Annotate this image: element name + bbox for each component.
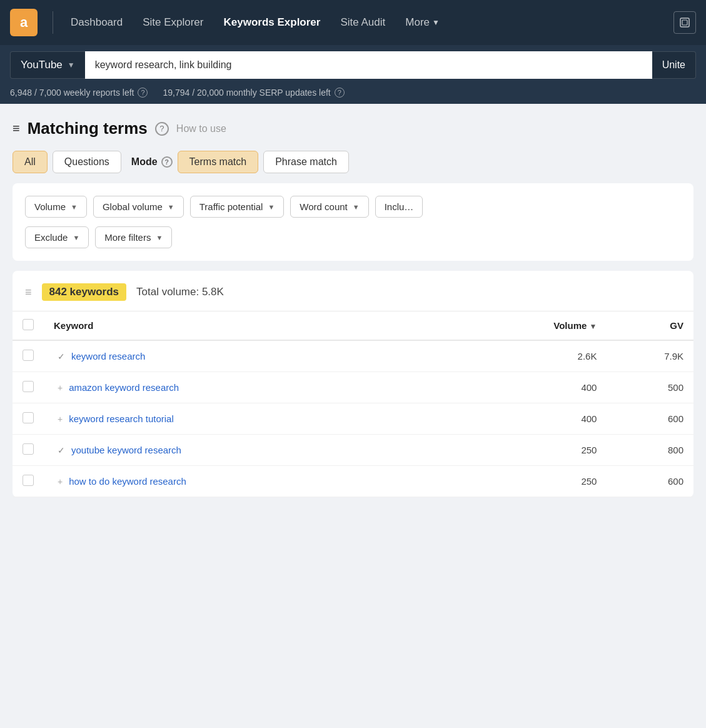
row-check-icon: ✓ (58, 445, 65, 455)
search-input[interactable] (85, 51, 652, 79)
nav-divider (53, 11, 53, 34)
weekly-reports-stat: 6,948 / 7,000 weekly reports left ? (10, 88, 148, 98)
keyword-link-3[interactable]: youtube keyword research (71, 445, 181, 455)
word-count-filter[interactable]: Word count ▼ (290, 196, 368, 218)
top-nav: a Dashboard Site Explorer Keywords Explo… (0, 0, 706, 45)
row-plus-icon: + (58, 383, 63, 393)
keyword-link-2[interactable]: keyword research tutorial (69, 413, 174, 424)
search-bar-row: YouTube ▼ Unite (0, 45, 706, 85)
results-section: ≡ 842 keywords Total volume: 5.8K Keywor… (13, 271, 693, 497)
page-help-icon[interactable]: ? (155, 122, 169, 136)
row-checkbox-3[interactable] (23, 443, 34, 455)
row-checkbox-4[interactable] (23, 475, 34, 486)
traffic-potential-filter[interactable]: Traffic potential ▼ (190, 196, 285, 218)
row-volume-1: 400 (477, 372, 607, 403)
col-header-keyword[interactable]: Keyword (44, 311, 477, 340)
row-keyword-cell: ✓ keyword research (44, 340, 477, 372)
word-count-chevron-icon: ▼ (353, 203, 360, 211)
row-plus-icon: + (58, 414, 63, 424)
row-checkbox-cell[interactable] (13, 372, 44, 403)
row-check-icon: ✓ (58, 351, 65, 361)
filters-section: Volume ▼ Global volume ▼ Traffic potenti… (13, 183, 693, 261)
volume-filter[interactable]: Volume ▼ (25, 196, 87, 218)
col-header-gv[interactable]: GV (607, 311, 693, 340)
page-title-row: ≡ Matching terms ? How to use (13, 119, 693, 138)
include-filter[interactable]: Inclu… (375, 196, 423, 218)
exclude-filter[interactable]: Exclude ▼ (25, 226, 89, 248)
exclude-chevron-icon: ▼ (73, 234, 79, 241)
logo[interactable]: a (10, 9, 38, 36)
select-all-header[interactable] (13, 311, 44, 340)
row-checkbox-cell[interactable] (13, 403, 44, 435)
row-keyword-cell: + keyword research tutorial (44, 403, 477, 435)
tab-phrase-match[interactable]: Phrase match (263, 151, 349, 173)
row-keyword-cell: ✓ youtube keyword research (44, 435, 477, 466)
more-filters[interactable]: More filters ▼ (95, 226, 172, 248)
svg-rect-0 (680, 18, 689, 27)
mode-help-icon[interactable]: ? (161, 156, 173, 168)
results-table: Keyword Volume ▼ GV ✓ keyword research (13, 311, 693, 497)
results-handle-icon[interactable]: ≡ (25, 286, 32, 299)
row-checkbox-0[interactable] (23, 350, 34, 361)
table-row: ✓ youtube keyword research 250 800 (13, 435, 693, 466)
row-checkbox-cell[interactable] (13, 435, 44, 466)
page-title: Matching terms (28, 119, 148, 138)
table-row: + amazon keyword research 400 500 (13, 372, 693, 403)
row-volume-2: 400 (477, 403, 607, 435)
mode-label: Mode ? (131, 156, 173, 168)
nav-keywords-explorer[interactable]: Keywords Explorer (216, 11, 328, 34)
hamburger-icon[interactable]: ≡ (13, 121, 20, 136)
results-tbody: ✓ keyword research 2.6K 7.9K + amazon ke… (13, 340, 693, 497)
table-row: ✓ keyword research 2.6K 7.9K (13, 340, 693, 372)
traffic-potential-chevron-icon: ▼ (268, 203, 275, 211)
keyword-link-4[interactable]: how to do keyword research (69, 476, 186, 487)
chevron-down-icon: ▼ (432, 18, 440, 27)
nav-window-icon[interactable] (673, 11, 696, 34)
filters-row-1: Volume ▼ Global volume ▼ Traffic potenti… (25, 196, 681, 218)
row-gv-2: 600 (607, 403, 693, 435)
row-checkbox-1[interactable] (23, 381, 34, 392)
total-volume: Total volume: 5.8K (136, 286, 224, 298)
keyword-link-0[interactable]: keyword research (71, 351, 145, 361)
results-header: ≡ 842 keywords Total volume: 5.8K (13, 271, 693, 311)
filter-tabs-row: All Questions Mode ? Terms match Phrase … (13, 151, 693, 173)
stats-row: 6,948 / 7,000 weekly reports left ? 19,7… (0, 85, 706, 104)
search-engine-select[interactable]: YouTube ▼ (10, 51, 85, 79)
svg-rect-1 (682, 20, 687, 25)
nav-more[interactable]: More ▼ (398, 11, 447, 34)
weekly-reports-help-icon[interactable]: ? (138, 88, 148, 98)
monthly-serp-stat: 19,794 / 20,000 monthly SERP updates lef… (163, 88, 344, 98)
select-all-checkbox[interactable] (23, 319, 34, 330)
global-volume-filter[interactable]: Global volume ▼ (93, 196, 184, 218)
keyword-link-1[interactable]: amazon keyword research (69, 382, 179, 393)
row-volume-0: 2.6K (477, 340, 607, 372)
tab-all[interactable]: All (13, 151, 48, 173)
row-keyword-cell: + amazon keyword research (44, 372, 477, 403)
row-checkbox-2[interactable] (23, 412, 34, 423)
nav-site-explorer[interactable]: Site Explorer (135, 11, 211, 34)
how-to-use-link[interactable]: How to use (176, 123, 226, 134)
main-content: ≡ Matching terms ? How to use All Questi… (0, 104, 706, 512)
filters-row-2: Exclude ▼ More filters ▼ (25, 226, 681, 248)
more-filters-chevron-icon: ▼ (156, 234, 163, 241)
volume-chevron-icon: ▼ (71, 203, 78, 211)
nav-dashboard[interactable]: Dashboard (63, 11, 130, 34)
monthly-serp-help-icon[interactable]: ? (335, 88, 345, 98)
row-plus-icon: + (58, 477, 63, 487)
row-volume-3: 250 (477, 435, 607, 466)
tab-terms-match[interactable]: Terms match (178, 151, 259, 173)
keywords-badge: 842 keywords (42, 283, 127, 301)
nav-site-audit[interactable]: Site Audit (333, 11, 393, 34)
row-keyword-cell: + how to do keyword research (44, 466, 477, 497)
row-checkbox-cell[interactable] (13, 466, 44, 497)
row-gv-4: 600 (607, 466, 693, 497)
col-header-volume[interactable]: Volume ▼ (477, 311, 607, 340)
search-country[interactable]: Unite (652, 51, 696, 79)
volume-sort-icon: ▼ (590, 322, 597, 331)
row-checkbox-cell[interactable] (13, 340, 44, 372)
table-row: + keyword research tutorial 400 600 (13, 403, 693, 435)
row-gv-0: 7.9K (607, 340, 693, 372)
table-header-row: Keyword Volume ▼ GV (13, 311, 693, 340)
row-gv-1: 500 (607, 372, 693, 403)
tab-questions[interactable]: Questions (53, 151, 121, 173)
